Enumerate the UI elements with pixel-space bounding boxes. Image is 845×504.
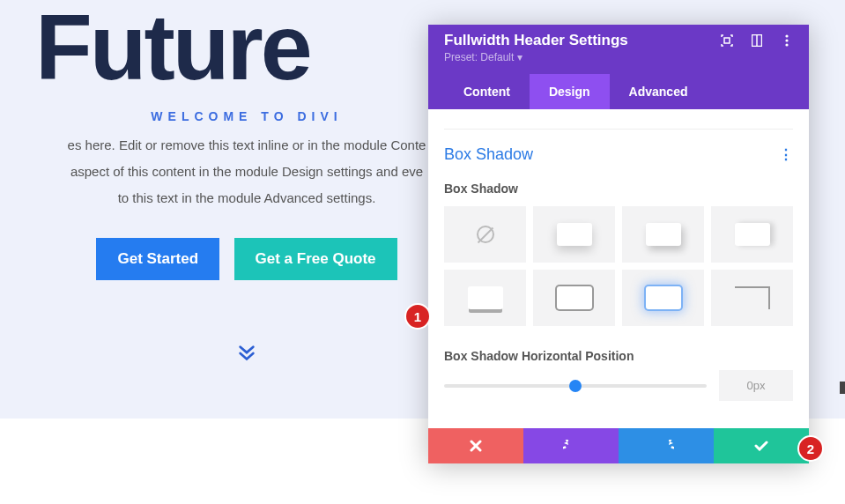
undo-button[interactable] (523, 428, 619, 463)
get-quote-button[interactable]: Get a Free Quote (234, 238, 397, 280)
shadow-preset-4[interactable] (444, 270, 526, 326)
side-notch (840, 382, 845, 394)
save-button[interactable] (714, 428, 809, 463)
panel-footer (428, 428, 809, 463)
shadow-preset-1[interactable] (533, 206, 615, 263)
section-title[interactable]: Box Shadow (444, 145, 533, 164)
preset-selector[interactable]: Preset: Default ▾ (444, 51, 793, 74)
svg-point-5 (785, 43, 788, 46)
hero-subtitle: Welcome to Divi (0, 109, 493, 123)
slider-thumb[interactable] (569, 380, 582, 392)
svg-rect-0 (724, 38, 730, 43)
shadow-preset-6[interactable] (622, 270, 704, 326)
expand-icon[interactable] (721, 34, 733, 47)
shadow-preset-5[interactable] (533, 270, 615, 326)
box-shadow-label: Box Shadow (444, 182, 793, 196)
scroll-down-icon[interactable] (0, 342, 493, 369)
horizontal-position-slider[interactable] (444, 384, 707, 388)
callout-1: 1 (404, 303, 431, 330)
shadow-preset-7[interactable] (711, 270, 793, 326)
divider (444, 129, 793, 130)
get-started-button[interactable]: Get Started (96, 238, 219, 280)
redo-button[interactable] (619, 428, 714, 463)
section-menu-icon[interactable]: ⋮ (779, 146, 793, 163)
shadow-preset-none[interactable] (444, 206, 526, 263)
panel-title: Fullwidth Header Settings (444, 32, 628, 49)
tab-advanced[interactable]: Advanced (610, 74, 708, 109)
svg-point-4 (785, 39, 788, 41)
tab-content[interactable]: Content (444, 74, 530, 109)
hero-description: es here. Edit or remove this text inline… (0, 132, 493, 211)
svg-point-3 (785, 34, 788, 37)
tab-design[interactable]: Design (530, 74, 610, 109)
hero-buttons: Get Started Get a Free Quote (0, 238, 493, 280)
horizontal-position-value[interactable]: 0px (719, 370, 793, 401)
settings-panel: Fullwidth Header Settings Preset: Defaul… (428, 25, 809, 463)
horizontal-position-control: 0px (444, 370, 793, 401)
more-icon[interactable] (781, 34, 793, 47)
shadow-preset-3[interactable] (711, 206, 793, 263)
panel-header: Fullwidth Header Settings Preset: Defaul… (428, 25, 809, 109)
callout-2: 2 (797, 435, 824, 462)
panel-body: Box Shadow ⋮ Box Shadow Box Shadow Horiz… (428, 109, 809, 428)
snap-icon[interactable] (751, 34, 763, 47)
shadow-preset-grid (444, 206, 793, 326)
shadow-preset-2[interactable] (622, 206, 704, 263)
panel-tabs: Content Design Advanced (444, 74, 793, 109)
horizontal-position-label: Box Shadow Horizontal Position (444, 349, 793, 363)
cancel-button[interactable] (428, 428, 523, 463)
